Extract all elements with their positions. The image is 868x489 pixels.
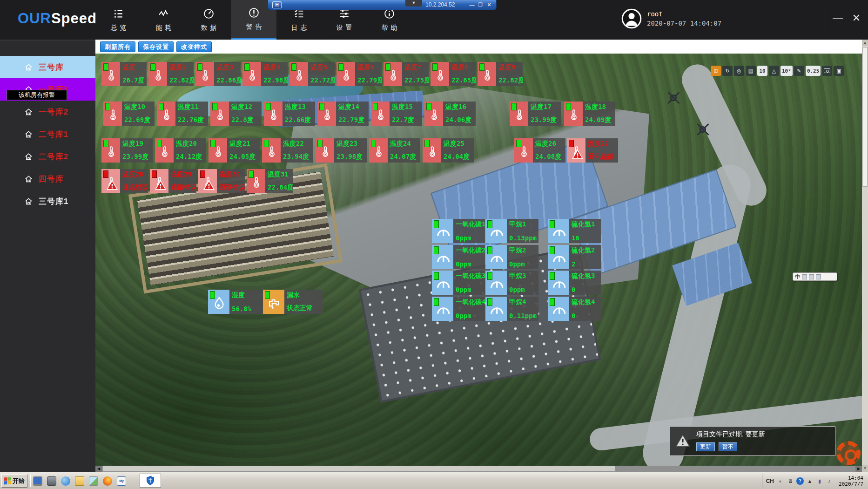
temperature-badge[interactable]: 温度2624.08度 bbox=[514, 138, 565, 163]
temperature-badge[interactable]: 温度1624.06度 bbox=[424, 102, 476, 126]
gas-sensor-badge[interactable]: 甲烷30ppm bbox=[485, 271, 538, 295]
temperature-badge[interactable]: 温度2024.12度 bbox=[155, 138, 206, 163]
temperature-badge[interactable]: 温度522.72度 bbox=[289, 62, 335, 86]
screenshot-icon[interactable]: ▣ bbox=[834, 66, 844, 76]
sidebar-item-4[interactable]: 二号库1 bbox=[0, 123, 95, 145]
tab-energy[interactable]: 能耗 bbox=[141, 0, 186, 40]
ruler-icon[interactable]: ✎ bbox=[794, 66, 804, 76]
camera-icon[interactable] bbox=[822, 66, 832, 76]
gas-sensor-badge[interactable]: 甲烷40.11ppm bbox=[485, 297, 538, 321]
scroll-down-icon[interactable]: ▼ bbox=[862, 465, 868, 472]
quicklaunch-folder-icon[interactable] bbox=[74, 475, 86, 487]
gas-sensor-badge[interactable]: 硫化氢116 bbox=[548, 219, 601, 243]
temperature-badge[interactable]: 温度1723.99度 bbox=[510, 102, 561, 126]
quicklaunch-firefox-icon[interactable] bbox=[101, 475, 114, 487]
temperature-badge[interactable]: 温度222.82度 bbox=[148, 62, 194, 86]
temperature-badge[interactable]: 温度1022.69度 bbox=[103, 102, 155, 126]
quicklaunch-browser-icon[interactable] bbox=[60, 475, 72, 487]
update-button[interactable]: 更新 bbox=[696, 442, 715, 451]
temperature-badge[interactable]: 温度1522.7度 bbox=[371, 102, 422, 126]
sidebar-item-6[interactable]: 四号库 bbox=[0, 168, 95, 190]
map-toolbar-value[interactable]: 10° bbox=[781, 66, 793, 76]
chevron-down-icon[interactable]: ▼ bbox=[405, 0, 422, 7]
gas-sensor-badge[interactable]: 硫化氢40 bbox=[548, 297, 601, 321]
ime-tools-icon[interactable] bbox=[816, 274, 821, 279]
temperature-badge[interactable]: 温度922.82度 bbox=[478, 62, 523, 86]
gas-sensor-badge[interactable]: 硫化氢30 bbox=[548, 271, 601, 295]
sidebar-item-1[interactable]: 三号库 bbox=[0, 56, 95, 78]
scroll-left-icon[interactable]: ◀ bbox=[95, 466, 102, 472]
angle-icon[interactable]: △ bbox=[769, 66, 779, 76]
humidity-badge[interactable]: 湿度56.8% bbox=[208, 290, 263, 314]
temperature-badge[interactable]: 温度28通讯错误 bbox=[101, 169, 148, 193]
tab-data[interactable]: 数据 bbox=[186, 0, 231, 40]
temperature-badge[interactable]: 温度822.65度 bbox=[431, 62, 476, 86]
sidebar-item-3[interactable]: 一号库2 bbox=[0, 101, 95, 123]
temperature-badge[interactable]: 温度27通讯错误 bbox=[567, 138, 618, 163]
temperature-badge[interactable]: 温度1824.09度 bbox=[564, 102, 615, 126]
orbit-icon[interactable]: ◎ bbox=[734, 66, 744, 76]
home-orange-icon[interactable]: ⊞ bbox=[711, 66, 721, 76]
remote-session-titlebar[interactable]: H ▼ 10.2.204.52 — ❐ ✕ bbox=[268, 0, 497, 10]
tray-theme-icon[interactable]: ◐ bbox=[777, 477, 784, 485]
temperature-badge[interactable]: 温度1422.79度 bbox=[317, 102, 369, 126]
sidebar-item-7[interactable]: 三号库1 bbox=[0, 190, 95, 212]
temperature-badge[interactable]: 温度30通讯错误 bbox=[198, 169, 245, 193]
sidebar-item-5[interactable]: 二号库2 bbox=[0, 145, 95, 168]
temperature-badge[interactable]: 温度1923.99度 bbox=[101, 138, 153, 163]
map-toolbar-value[interactable]: 10 bbox=[757, 66, 767, 76]
facility-3d-map[interactable]: 温度26.7度温度222.82度温度322.86度温度422.98度温度522.… bbox=[95, 54, 862, 466]
app-close-button[interactable]: ✕ bbox=[848, 12, 864, 24]
vertical-scrollbar[interactable]: ▲ ▼ bbox=[862, 40, 868, 472]
tray-network-icon[interactable]: 🖥 bbox=[787, 477, 794, 485]
ime-language-bar[interactable]: 中 bbox=[793, 272, 837, 281]
scroll-right-icon[interactable]: ▶ bbox=[855, 466, 862, 472]
gas-sensor-badge[interactable]: 甲烷20ppm bbox=[485, 245, 538, 269]
tray-help-icon[interactable]: ? bbox=[796, 477, 804, 485]
gas-sensor-badge[interactable]: 甲烷10.13ppm bbox=[485, 219, 538, 243]
pin-button[interactable]: H bbox=[272, 1, 282, 8]
vertical-scroll-thumb[interactable] bbox=[862, 47, 868, 187]
user-avatar-icon[interactable] bbox=[621, 8, 642, 29]
tab-overview[interactable]: 总览 bbox=[96, 0, 141, 40]
horizontal-scroll-thumb[interactable] bbox=[103, 466, 615, 471]
temperature-badge[interactable]: 温度622.79度 bbox=[336, 62, 382, 86]
temperature-badge[interactable]: 温度2524.04度 bbox=[423, 138, 474, 163]
leak-badge[interactable]: 漏水状态正常 bbox=[263, 290, 323, 314]
temperature-badge[interactable]: 温度722.75度 bbox=[384, 62, 429, 86]
gas-sensor-badge[interactable]: 一氧化碳30ppm bbox=[432, 271, 485, 295]
temperature-badge[interactable]: 温度29通讯错误 bbox=[150, 169, 196, 193]
map-toolbar-value[interactable]: 0.25 bbox=[806, 66, 821, 76]
horizontal-scrollbar[interactable]: ◀ ▶ bbox=[95, 466, 862, 472]
temperature-badge[interactable]: 温度2223.94度 bbox=[262, 138, 313, 163]
rotate-icon[interactable]: ↻ bbox=[722, 66, 733, 76]
quicklaunch-desktop-icon[interactable] bbox=[32, 475, 44, 487]
app-minimize-button[interactable]: — bbox=[830, 12, 846, 24]
gas-sensor-badge[interactable]: 一氧化碳10ppm bbox=[432, 219, 485, 243]
remote-minimize-button[interactable]: — bbox=[468, 1, 476, 8]
ime-mode-indicator[interactable]: 中 bbox=[795, 273, 800, 280]
scroll-up-icon[interactable]: ▲ bbox=[862, 40, 868, 46]
input-language-indicator[interactable]: CH bbox=[766, 478, 774, 484]
temperature-badge[interactable]: 温度2124.05度 bbox=[209, 138, 260, 163]
remote-restore-button[interactable]: ❐ bbox=[477, 1, 484, 8]
gas-sensor-badge[interactable]: 硫化氢22 bbox=[548, 245, 601, 269]
temperature-badge[interactable]: 温度1122.76度 bbox=[157, 102, 208, 126]
temperature-badge[interactable]: 温度422.98度 bbox=[242, 62, 288, 86]
remote-close-button[interactable]: ✕ bbox=[485, 1, 493, 8]
gas-sensor-badge[interactable]: 一氧化碳20ppm bbox=[432, 245, 485, 269]
layers-icon[interactable]: ▤ bbox=[746, 66, 756, 76]
temperature-badge[interactable]: 温度1222.8度 bbox=[210, 102, 262, 126]
taskbar-active-app-ourspeed[interactable] bbox=[140, 474, 161, 488]
tray-audio-icon[interactable]: ♪ bbox=[826, 477, 833, 485]
gas-sensor-badge[interactable]: 一氧化碳40ppm bbox=[432, 297, 485, 321]
refresh-all-button[interactable]: 刷新所有 bbox=[100, 41, 135, 52]
temperature-badge[interactable]: 温度2424.07度 bbox=[369, 138, 420, 163]
change-style-button[interactable]: 改变样式 bbox=[176, 41, 212, 52]
dismiss-button[interactable]: 暂不 bbox=[719, 442, 737, 451]
ime-keyboard-icon[interactable] bbox=[809, 274, 814, 279]
gear-icon[interactable] bbox=[836, 441, 861, 465]
ime-punct-icon[interactable] bbox=[802, 274, 807, 279]
tray-hidden-icons-icon[interactable]: ▲ bbox=[806, 477, 814, 485]
temperature-badge[interactable]: 温度2323.98度 bbox=[316, 138, 367, 163]
